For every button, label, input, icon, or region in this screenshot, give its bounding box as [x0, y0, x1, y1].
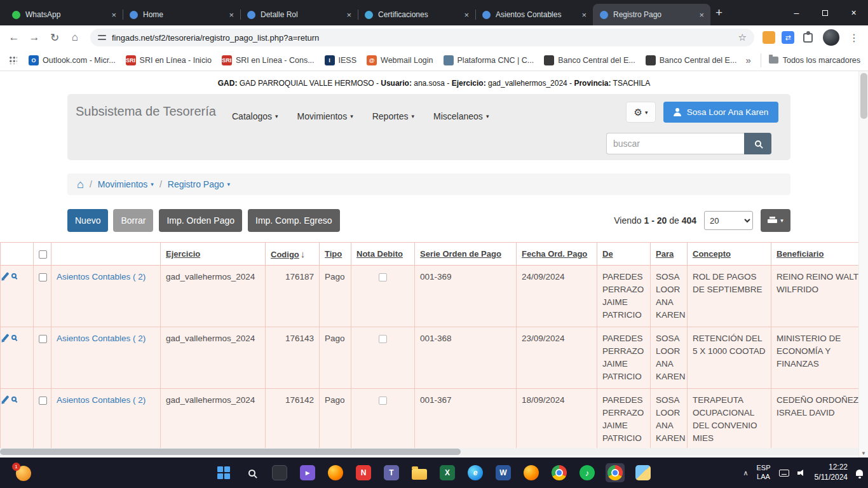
- volume-icon[interactable]: [797, 469, 806, 477]
- taskbar-media-app[interactable]: ▸: [300, 465, 315, 480]
- bookmark-sri-inicio[interactable]: SRISRI en Línea - Inicio: [121, 52, 217, 69]
- clock[interactable]: 12:225/11/2024: [815, 463, 848, 482]
- taskbar-widgets-button[interactable]: 1: [15, 465, 32, 482]
- bookmark-sri-consultas[interactable]: SRISRI en Línea - Cons...: [217, 52, 320, 69]
- breadcrumb-movimientos[interactable]: Movimientos▾: [98, 179, 154, 189]
- nuevo-button[interactable]: Nuevo: [67, 209, 108, 232]
- all-bookmarks-button[interactable]: Todos los marcadores: [761, 53, 860, 67]
- header-ejercicio[interactable]: Ejercicio: [161, 243, 266, 266]
- edit-icon[interactable]: [3, 272, 10, 280]
- tab-close-icon[interactable]: ×: [463, 10, 470, 20]
- tab-home[interactable]: Home×: [123, 4, 240, 25]
- header-nota-debito[interactable]: Nota Debito: [351, 243, 415, 266]
- header-de[interactable]: De: [597, 243, 651, 266]
- vertical-scrollbar[interactable]: ▼: [858, 71, 868, 458]
- taskbar-app-window-dark[interactable]: [272, 465, 287, 480]
- print-button[interactable]: ▾: [761, 209, 790, 232]
- notifications-bell-icon[interactable]: [856, 470, 863, 476]
- edit-icon[interactable]: [3, 395, 10, 403]
- settings-button[interactable]: ⚙▾: [626, 102, 656, 123]
- forward-button[interactable]: →: [25, 29, 43, 46]
- menu-reportes[interactable]: Reportes▾: [363, 111, 424, 121]
- page-size-select[interactable]: 20: [704, 211, 753, 230]
- tab-close-icon[interactable]: ×: [580, 10, 588, 20]
- apps-grid-icon[interactable]: [9, 56, 17, 64]
- tab-whatsapp[interactable]: WhatsApp×: [5, 4, 123, 25]
- menu-movimientos[interactable]: Movimientos▾: [288, 111, 363, 121]
- taskbar-chrome-active[interactable]: [606, 463, 625, 482]
- taskbar-spotify[interactable]: ♪: [580, 465, 595, 480]
- taskbar-excel[interactable]: X: [440, 465, 455, 480]
- user-button[interactable]: Sosa Loor Ana Karen: [663, 102, 778, 123]
- tab-close-icon[interactable]: ×: [345, 10, 353, 20]
- header-para[interactable]: Para: [651, 243, 688, 266]
- tab-asientos-contables[interactable]: Asientos Contables×: [475, 4, 593, 25]
- asientos-contables-link[interactable]: Asientos Contables ( 2): [57, 395, 146, 405]
- new-tab-button[interactable]: +: [715, 6, 722, 20]
- header-serie-orden-pago[interactable]: Serie Orden de Pago: [415, 243, 517, 266]
- header-codigo[interactable]: Codigo↓: [266, 243, 320, 266]
- taskbar-teams[interactable]: T: [384, 465, 399, 480]
- imp-orden-pago-button[interactable]: Imp. Orden Pago: [159, 209, 242, 232]
- bookmark-webmail[interactable]: @Webmail Login: [362, 52, 438, 69]
- header-beneficiario[interactable]: Beneficiario: [771, 243, 868, 266]
- scroll-down-arrow-icon[interactable]: ▼: [859, 451, 868, 456]
- search-button[interactable]: [744, 133, 771, 154]
- row-checkbox[interactable]: [39, 335, 47, 343]
- tab-detalle-rol[interactable]: Detalle Rol×: [240, 4, 358, 25]
- taskbar-photos[interactable]: [635, 465, 651, 480]
- tab-close-icon[interactable]: ×: [227, 10, 235, 20]
- window-minimize-button[interactable]: –: [782, 0, 811, 25]
- taskbar-firefox-2[interactable]: [524, 465, 539, 480]
- bookmark-banco-central-2[interactable]: Banco Central del E...: [641, 52, 742, 69]
- bookmark-star-icon[interactable]: ☆: [738, 32, 747, 43]
- search-input[interactable]: [606, 133, 744, 154]
- address-bar[interactable]: fingads.net/sf2/tesoreria/registro_pago_…: [90, 29, 754, 46]
- tab-registro-pago[interactable]: Registro Pago×: [593, 4, 710, 25]
- taskbar-search-button[interactable]: [244, 465, 259, 480]
- asientos-contables-link[interactable]: Asientos Contables ( 2): [57, 334, 146, 343]
- menu-miscelaneos[interactable]: Miscelaneos▾: [424, 111, 498, 121]
- extension-icon[interactable]: [763, 31, 775, 44]
- taskbar-app-red[interactable]: N: [356, 465, 371, 480]
- browser-home-button[interactable]: ⌂: [66, 29, 84, 46]
- imp-comp-egreso-button[interactable]: Imp. Comp. Egreso: [248, 209, 340, 232]
- bookmark-plataforma-cnc[interactable]: Plataforma CNC | C...: [438, 52, 539, 69]
- taskbar-firefox[interactable]: [328, 465, 343, 480]
- view-icon[interactable]: [11, 273, 17, 278]
- borrar-button[interactable]: Borrar: [113, 209, 153, 232]
- header-concepto[interactable]: Concepto: [688, 243, 771, 266]
- header-fecha-ord-pago[interactable]: Fecha Ord. Pago: [517, 243, 597, 266]
- row-checkbox[interactable]: [39, 273, 47, 281]
- horizontal-scrollbar-thumb[interactable]: [0, 449, 461, 455]
- home-icon[interactable]: ⌂: [77, 178, 84, 191]
- bookmarks-overflow-chevron[interactable]: »: [742, 55, 754, 65]
- nota-debito-checkbox[interactable]: [379, 396, 387, 405]
- reload-button[interactable]: ↻: [46, 29, 64, 46]
- window-close-button[interactable]: ×: [839, 0, 868, 25]
- row-checkbox[interactable]: [39, 396, 47, 405]
- nota-debito-checkbox[interactable]: [379, 335, 387, 343]
- tab-close-icon[interactable]: ×: [110, 10, 118, 20]
- bookmark-iess[interactable]: IIESS: [320, 52, 362, 69]
- window-maximize-button[interactable]: [811, 0, 839, 25]
- asientos-contables-link[interactable]: Asientos Contables ( 2): [57, 272, 146, 281]
- translate-extension-icon[interactable]: ⇄: [782, 31, 794, 44]
- browser-menu-icon[interactable]: ⋮: [845, 29, 863, 46]
- menu-catalogos[interactable]: Catalogos▾: [222, 111, 288, 121]
- view-icon[interactable]: [11, 335, 17, 340]
- header-tipo[interactable]: Tipo: [320, 243, 351, 266]
- nota-debito-checkbox[interactable]: [379, 273, 387, 281]
- view-icon[interactable]: [11, 396, 17, 402]
- tab-certificaciones[interactable]: Certificaciones×: [358, 4, 475, 25]
- tray-expand-icon[interactable]: ∧: [743, 469, 748, 477]
- taskbar-edge[interactable]: e: [468, 465, 483, 480]
- extensions-icon[interactable]: [803, 33, 813, 43]
- horizontal-scrollbar[interactable]: [0, 448, 858, 456]
- taskbar-chrome[interactable]: [552, 465, 567, 480]
- bookmark-outlook[interactable]: OOutlook.com - Micr...: [24, 52, 121, 69]
- edit-icon[interactable]: [3, 334, 10, 341]
- breadcrumb-registro-pago[interactable]: Registro Pago▾: [168, 179, 230, 189]
- site-info-icon[interactable]: [98, 34, 106, 41]
- taskbar-file-explorer[interactable]: [412, 465, 427, 480]
